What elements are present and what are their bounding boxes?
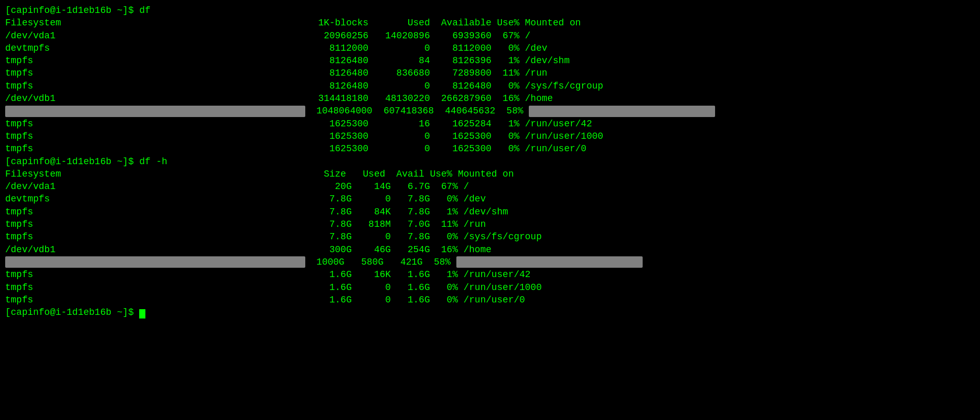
dfh-header: Filesystem Size Used Avail Use% Mounted … — [5, 168, 975, 180]
df-row-tmpfs-user1000: tmpfs 1625300 0 1625300 0% /run/user/100… — [5, 130, 975, 142]
prompt-line-3: [capinfo@i-1d1eb16b ~]$ — [5, 306, 975, 318]
terminal-output: [capinfo@i-1d1eb16b ~]$ df Filesystem 1K… — [5, 4, 975, 318]
prompt-line-2: [capinfo@i-1d1eb16b ~]$ df -h — [5, 155, 975, 168]
dfh-row-tmpfs-cgroup: tmpfs 7.8G 0 7.8G 0% /sys/fs/cgroup — [5, 230, 975, 243]
dfh-row-vdb1: /dev/vdb1 300G 46G 254G 16% /home — [5, 243, 975, 256]
dfh-row-tmpfs-user0: tmpfs 1.6G 0 1.6G 0% /run/user/0 — [5, 294, 975, 306]
df-row-tmpfs-user42: tmpfs 1625300 16 1625284 1% /run/user/42 — [5, 118, 975, 130]
redacted-fs-1 — [5, 106, 305, 117]
df-header: Filesystem 1K-blocks Used Available Use%… — [5, 17, 975, 29]
dfh-row-redacted: 1000G 580G 421G 58% — [5, 256, 975, 268]
dfh-row-tmpfs-user42: tmpfs 1.6G 16K 1.6G 1% /run/user/42 — [5, 268, 975, 281]
redacted-fs-2 — [5, 256, 305, 268]
dfh-row-tmpfs-shm: tmpfs 7.8G 84K 7.8G 1% /dev/shm — [5, 206, 975, 218]
df-row-tmpfs-user0: tmpfs 1625300 0 1625300 0% /run/user/0 — [5, 142, 975, 155]
redacted-mount-1 — [529, 106, 715, 117]
dfh-row-tmpfs-user1000: tmpfs 1.6G 0 1.6G 0% /run/user/1000 — [5, 281, 975, 294]
df-row-redacted-1: 1048064000 607418368 440645632 58% — [5, 105, 975, 117]
df-row-tmpfs-cgroup: tmpfs 8126480 0 8126480 0% /sys/fs/cgrou… — [5, 80, 975, 92]
dfh-row-vda1: /dev/vda1 20G 14G 6.7G 67% / — [5, 180, 975, 193]
df-row-vda1: /dev/vda1 20960256 14020896 6939360 67% … — [5, 30, 975, 42]
df-row-tmpfs-shm: tmpfs 8126480 84 8126396 1% /dev/shm — [5, 54, 975, 67]
df-row-tmpfs-run: tmpfs 8126480 836680 7289800 11% /run — [5, 67, 975, 79]
df-row-devtmpfs: devtmpfs 8112000 0 8112000 0% /dev — [5, 42, 975, 54]
dfh-row-tmpfs-run: tmpfs 7.8G 818M 7.0G 11% /run — [5, 218, 975, 230]
cursor-block — [139, 309, 145, 318]
redacted-mount-2 — [456, 256, 643, 268]
dfh-row-devtmpfs: devtmpfs 7.8G 0 7.8G 0% /dev — [5, 193, 975, 205]
prompt-line-1: [capinfo@i-1d1eb16b ~]$ df — [5, 4, 975, 17]
df-row-vdb1: /dev/vdb1 314418180 48130220 266287960 1… — [5, 92, 975, 105]
